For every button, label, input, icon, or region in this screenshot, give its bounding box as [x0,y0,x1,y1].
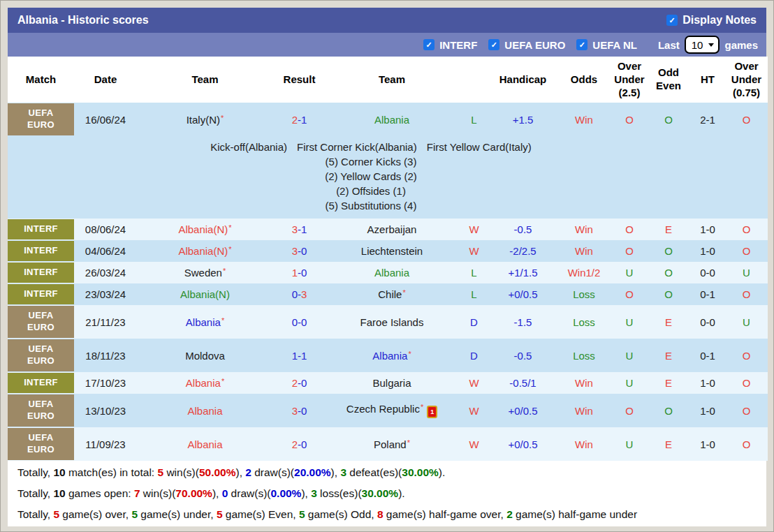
wld-cell: W [458,219,490,240]
over-under-075-cell-value: O [743,223,751,235]
team-name: Moldova [185,350,225,362]
over-under-25-cell: U [612,427,647,461]
filter-bar: INTERF UEFA EURO UEFA NL Last 10 games [8,33,766,57]
match-badge-cell: UEFAEURO [8,103,74,136]
summary-segment: ). [398,487,404,499]
display-notes-toggle[interactable]: Display Notes [666,14,757,27]
handicap-cell: +0/0.5 [490,394,556,427]
summary-segment: ), [212,487,222,499]
ht-cell: 0-0 [690,262,725,283]
col-header-odds: Odds [556,57,612,103]
date-cell: 18/11/23 [74,339,137,372]
match-notes: Kick-off(Albania)First Corner Kick(Alban… [8,136,750,219]
over-under-25-cell-value: O [625,405,634,417]
over-under-25-cell: U [612,339,647,372]
match-badge-cell: UEFAEURO [8,394,74,427]
col-header-result: Result [273,57,326,103]
summary-segment: ), [301,487,311,499]
summary-line: Totally, 5 game(s) over, 5 game(s) under… [17,504,766,525]
result-away-score: 0 [301,245,307,257]
games-label: games [724,39,758,51]
summary-segment: game(s) over, [59,508,131,520]
uefa-nl-checkbox-icon[interactable] [576,39,587,50]
note-stat-line: (5) Corner Kicks (3) [8,154,750,169]
filter-uefa-euro[interactable]: UEFA EURO [488,39,565,51]
home-team-cell: Albania [137,427,273,461]
match-badge-cell: UEFAEURO [8,339,74,372]
table-row: INTERF17/10/23Albania*2-0BulgariaW-0.5/1… [8,372,768,394]
match-notes-row: Kick-off(Albania)First Corner Kick(Alban… [8,136,768,219]
home-advantage-star: * [421,403,423,411]
table-row: INTERF08/06/24Albania(N)*3-1AzerbaijanW-… [8,219,768,240]
summary-segment: draw(s)( [228,487,270,499]
league-badge-line: EURO [27,444,54,456]
over-under-25-cell: O [612,219,647,240]
match-badge-cell: UEFAEURO [8,427,74,461]
col-header-wld [458,57,490,103]
ht-score: 1-0 [700,245,715,257]
summary-segment: games open: [66,487,134,499]
games-count-select[interactable]: 10 [685,36,720,54]
summary-segment: 30.00% [362,487,399,499]
ht-score: 2-1 [700,114,715,126]
table-row: INTERF04/06/24Albania(N)*3-0Liechtenstei… [8,240,768,262]
handicap-value: -1.5 [514,316,532,328]
summary-line: Totally, 10 match(es) in total: 5 win(s)… [17,462,766,483]
last-label: Last [658,39,680,51]
odd-even-cell: E [647,219,690,240]
handicap-value: +0/0.5 [508,438,537,450]
handicap-value: +1.5 [513,114,534,126]
filter-interf[interactable]: INTERF [423,39,477,51]
team-name: Czech Republic [346,403,420,415]
over-under-25-cell-value: O [625,288,634,300]
over-under-25-cell: U [612,262,647,283]
note-event: Kick-off(Albania) [210,141,287,153]
league-badge-line: UEFA [29,432,54,444]
summary-segment: loss(es)( [317,487,362,499]
odd-even-cell: O [647,283,690,305]
team-name: Albania(N) [178,223,228,235]
odd-even-cell: E [647,339,690,372]
summary-segment: 2 [245,466,251,478]
odd-even-cell: O [647,240,690,262]
over-under-075-cell-value: O [743,114,751,126]
ht-score: 1-0 [700,438,715,450]
result-cell: 2-0 [273,372,326,394]
league-badge-line: UEFA [29,343,54,355]
ht-score: 1-0 [700,405,715,417]
date-cell: 04/06/24 [74,240,137,262]
over-under-075-cell: O [725,427,768,461]
team-name: Albania [374,267,409,279]
summary-segment: ), [235,466,245,478]
summary-segment: Totally, [17,508,53,520]
handicap-value: +0/0.5 [508,288,537,300]
table-row: UEFAEURO13/10/23Albania3-0Czech Republic… [8,394,768,427]
team-name: Albania [374,114,409,126]
handicap-value: -0.5/1 [509,377,536,389]
odd-even-cell-value: O [664,288,673,300]
display-notes-checkbox-icon[interactable] [666,15,678,26]
date-cell: 13/10/23 [74,394,137,427]
odds-cell: Win [556,219,612,240]
result-home-score: 1 [292,267,298,279]
over-under-075-cell-value: O [743,377,751,389]
result-away-score: 0 [301,267,307,279]
summary-segment: 7 [134,487,140,499]
over-under-25-cell: O [612,103,647,136]
interf-checkbox-icon[interactable] [423,39,435,50]
summary-segment: 8 [377,508,384,520]
league-badge: UEFAEURO [8,428,74,460]
summary-segment: 0.00% [270,487,301,499]
ht-score: 1-0 [700,377,715,389]
summary-segment: game(s) Even, [223,508,299,520]
away-team-cell: Bulgaria [326,372,458,394]
uefa-euro-checkbox-icon[interactable] [488,39,499,50]
odds-cell-value: Loss [573,350,595,362]
filter-uefa-nl[interactable]: UEFA NL [576,39,637,51]
table-row: INTERF26/03/24Sweden*1-0AlbaniaL+1/1.5Wi… [8,262,768,283]
handicap-value: +0/0.5 [508,405,537,417]
wld-cell: D [458,305,490,339]
over-under-075-cell: O [725,394,768,427]
match-date: 16/06/24 [85,114,126,126]
away-team-cell: Azerbaijan [326,219,458,240]
